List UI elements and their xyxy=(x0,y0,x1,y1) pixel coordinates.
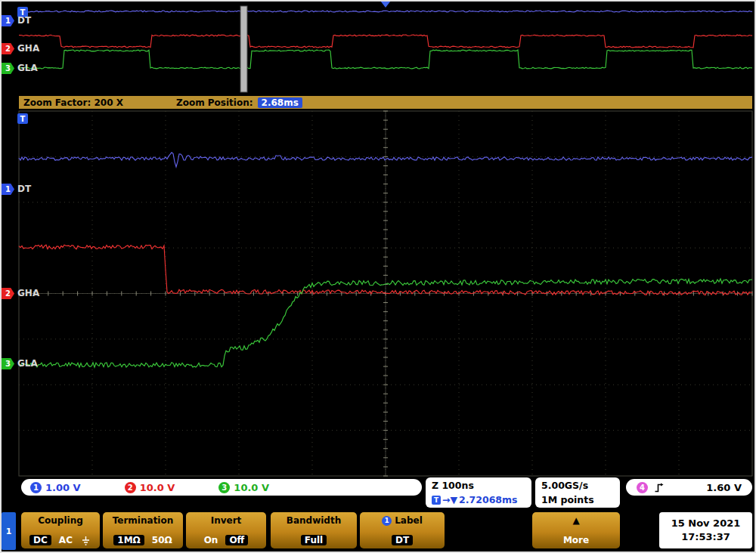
rising-edge-icon xyxy=(654,483,664,493)
label-value[interactable]: DT xyxy=(392,535,413,545)
more-label: More xyxy=(563,535,589,545)
sample-rate-text: 5.00GS/s xyxy=(541,480,614,491)
termination-option-50ohm[interactable]: 50Ω xyxy=(152,535,172,545)
record-length-text: 1M points xyxy=(541,494,614,505)
zoom-scale-text: Z 100ns xyxy=(432,480,525,491)
coupling-button[interactable]: Coupling DC AC xyxy=(21,512,100,548)
zoom-position-label: Zoom Position: xyxy=(176,97,253,108)
main-ch1-label: DT xyxy=(17,184,31,194)
trigger-readout: 4 1.60 V xyxy=(626,479,752,496)
zoom-factor-text: Zoom Factor: 200 X xyxy=(23,97,123,108)
datetime-box: 15 Nov 2021 17:53:37 xyxy=(659,512,752,548)
zoom-position-value: 2.68ms xyxy=(258,97,302,108)
acquisition-readout: 5.00GS/s 1M points xyxy=(535,477,620,508)
overview-ch1-label: DT xyxy=(17,15,31,26)
coupling-title: Coupling xyxy=(38,515,83,526)
label-ch1-badge: 1 xyxy=(382,516,392,526)
trigger-position-marker-icon[interactable] xyxy=(380,1,391,8)
date-text: 15 Nov 2021 xyxy=(671,517,741,530)
main-ch3-label: GLA xyxy=(17,358,38,369)
ground-icon[interactable] xyxy=(80,536,91,545)
ch4-badge: 4 xyxy=(637,482,648,493)
bandwidth-option-full[interactable]: Full xyxy=(301,535,327,545)
waveform-display-svg xyxy=(0,0,756,553)
more-button[interactable]: ▲ More xyxy=(532,512,620,548)
horizontal-readout: Z 100ns T →▼ 2.72068ms xyxy=(426,477,531,508)
coupling-option-ac[interactable]: AC xyxy=(59,535,73,545)
invert-title: Invert xyxy=(211,515,242,526)
main-trigger-source-icon: T xyxy=(17,113,28,124)
overview-ch2-label: GHA xyxy=(17,43,39,54)
invert-button[interactable]: Invert On Off xyxy=(186,512,266,548)
trigger-position-value: 2.72068ms xyxy=(459,494,517,505)
ch1-scale-value: 1.00 V xyxy=(45,482,81,493)
invert-option-on[interactable]: On xyxy=(204,535,218,545)
trigger-time-icon: T xyxy=(432,496,441,505)
main-ch2-label: GHA xyxy=(17,288,39,298)
ch3-badge: 3 xyxy=(218,482,230,493)
ch2-scale-value: 10.0 V xyxy=(140,482,175,493)
time-text: 17:53:37 xyxy=(681,530,730,544)
overview-ch3-label: GLA xyxy=(17,63,38,73)
coupling-option-dc[interactable]: DC xyxy=(29,535,51,545)
trigger-level-value: 1.60 V xyxy=(706,482,742,493)
channel-scales-readout: 1 1.00 V 2 10.0 V 3 10.0 V xyxy=(21,479,422,496)
label-title: Label xyxy=(395,515,423,526)
bandwidth-button[interactable]: Bandwidth Full xyxy=(271,512,357,548)
termination-title: Termination xyxy=(113,515,174,526)
channel1-menu-tab[interactable]: 1 xyxy=(2,512,16,550)
invert-option-off[interactable]: Off xyxy=(225,535,248,545)
ch1-badge: 1 xyxy=(30,482,42,493)
more-arrow-icon: ▲ xyxy=(572,515,579,526)
zoom-info-bar: Zoom Factor: 200 X Zoom Position: 2.68ms xyxy=(19,96,752,109)
termination-button[interactable]: Termination 1MΩ 50Ω xyxy=(103,512,183,548)
termination-option-1mohm[interactable]: 1MΩ xyxy=(113,535,144,545)
bandwidth-title: Bandwidth xyxy=(287,515,341,526)
trigger-arrows-icon: →▼ xyxy=(442,494,457,505)
oscilloscope-screen: T 1 DT 2 GHA 3 GLA Zoom Factor: 200 X Zo… xyxy=(0,0,756,553)
label-button[interactable]: 1 Label DT xyxy=(360,512,445,548)
ch3-scale-value: 10.0 V xyxy=(234,482,269,493)
ch2-badge: 2 xyxy=(125,482,136,493)
